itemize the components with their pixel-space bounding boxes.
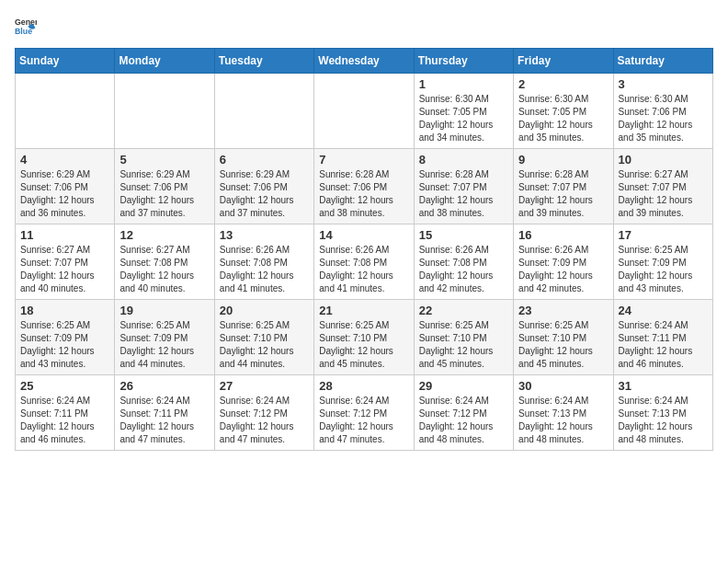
day-number: 4 <box>20 153 109 167</box>
day-number: 16 <box>518 228 608 242</box>
day-number: 8 <box>419 153 508 167</box>
day-info: Sunrise: 6:24 AM Sunset: 7:11 PM Dayligh… <box>119 395 209 446</box>
calendar-header-row: SundayMondayTuesdayWednesdayThursdayFrid… <box>16 49 713 74</box>
day-info: Sunrise: 6:29 AM Sunset: 7:06 PM Dayligh… <box>119 168 209 220</box>
calendar-cell: 3Sunrise: 6:30 AM Sunset: 7:06 PM Daylig… <box>613 74 712 149</box>
calendar-cell: 16Sunrise: 6:26 AM Sunset: 7:09 PM Dayli… <box>514 224 613 300</box>
calendar-cell: 5Sunrise: 6:29 AM Sunset: 7:06 PM Daylig… <box>115 149 214 224</box>
day-info: Sunrise: 6:28 AM Sunset: 7:06 PM Dayligh… <box>319 168 408 220</box>
calendar-cell: 18Sunrise: 6:25 AM Sunset: 7:09 PM Dayli… <box>16 300 115 375</box>
page-header: General Blue <box>15 15 713 37</box>
day-number: 24 <box>619 304 708 317</box>
day-info: Sunrise: 6:25 AM Sunset: 7:09 PM Dayligh… <box>119 319 209 371</box>
day-number: 9 <box>518 153 608 167</box>
day-number: 18 <box>20 304 109 317</box>
weekday-header-saturday: Saturday <box>613 49 712 74</box>
calendar-cell: 14Sunrise: 6:26 AM Sunset: 7:08 PM Dayli… <box>314 224 414 300</box>
day-info: Sunrise: 6:27 AM Sunset: 7:07 PM Dayligh… <box>619 168 708 220</box>
day-info: Sunrise: 6:27 AM Sunset: 7:07 PM Dayligh… <box>20 244 109 295</box>
day-number: 11 <box>20 228 109 242</box>
calendar-week-row: 4Sunrise: 6:29 AM Sunset: 7:06 PM Daylig… <box>16 149 713 224</box>
day-info: Sunrise: 6:25 AM Sunset: 7:10 PM Dayligh… <box>419 319 508 371</box>
day-number: 5 <box>119 153 209 167</box>
weekday-header-friday: Friday <box>514 49 613 74</box>
day-info: Sunrise: 6:26 AM Sunset: 7:08 PM Dayligh… <box>419 244 508 295</box>
weekday-header-monday: Monday <box>115 49 214 74</box>
day-info: Sunrise: 6:24 AM Sunset: 7:13 PM Dayligh… <box>518 395 608 446</box>
day-number: 2 <box>518 77 608 91</box>
day-number: 13 <box>220 228 309 242</box>
logo: General Blue <box>15 15 40 37</box>
day-number: 29 <box>419 379 508 393</box>
day-number: 28 <box>319 379 408 393</box>
calendar-cell: 28Sunrise: 6:24 AM Sunset: 7:12 PM Dayli… <box>314 375 414 451</box>
calendar-cell: 6Sunrise: 6:29 AM Sunset: 7:06 PM Daylig… <box>214 149 313 224</box>
calendar-week-row: 11Sunrise: 6:27 AM Sunset: 7:07 PM Dayli… <box>16 224 713 300</box>
calendar-cell: 12Sunrise: 6:27 AM Sunset: 7:08 PM Dayli… <box>115 224 214 300</box>
day-number: 15 <box>419 228 508 242</box>
calendar-cell <box>115 74 214 149</box>
day-info: Sunrise: 6:24 AM Sunset: 7:12 PM Dayligh… <box>220 395 309 446</box>
calendar-cell: 1Sunrise: 6:30 AM Sunset: 7:05 PM Daylig… <box>414 74 513 149</box>
calendar-cell: 23Sunrise: 6:25 AM Sunset: 7:10 PM Dayli… <box>514 300 613 375</box>
calendar-cell: 17Sunrise: 6:25 AM Sunset: 7:09 PM Dayli… <box>613 224 712 300</box>
day-number: 22 <box>419 304 508 317</box>
day-number: 23 <box>518 304 608 317</box>
day-info: Sunrise: 6:25 AM Sunset: 7:10 PM Dayligh… <box>518 319 608 371</box>
calendar-cell: 26Sunrise: 6:24 AM Sunset: 7:11 PM Dayli… <box>115 375 214 451</box>
calendar-cell: 2Sunrise: 6:30 AM Sunset: 7:05 PM Daylig… <box>514 74 613 149</box>
calendar-cell: 30Sunrise: 6:24 AM Sunset: 7:13 PM Dayli… <box>514 375 613 451</box>
day-info: Sunrise: 6:24 AM Sunset: 7:11 PM Dayligh… <box>20 395 109 446</box>
calendar-cell: 9Sunrise: 6:28 AM Sunset: 7:07 PM Daylig… <box>514 149 613 224</box>
calendar-cell: 21Sunrise: 6:25 AM Sunset: 7:10 PM Dayli… <box>314 300 414 375</box>
calendar-cell: 20Sunrise: 6:25 AM Sunset: 7:10 PM Dayli… <box>214 300 313 375</box>
calendar-cell: 24Sunrise: 6:24 AM Sunset: 7:11 PM Dayli… <box>613 300 712 375</box>
day-info: Sunrise: 6:24 AM Sunset: 7:11 PM Dayligh… <box>619 319 708 371</box>
weekday-header-tuesday: Tuesday <box>214 49 313 74</box>
day-info: Sunrise: 6:24 AM Sunset: 7:13 PM Dayligh… <box>619 395 708 446</box>
day-number: 3 <box>619 77 708 91</box>
day-info: Sunrise: 6:25 AM Sunset: 7:10 PM Dayligh… <box>319 319 408 371</box>
calendar-cell: 15Sunrise: 6:26 AM Sunset: 7:08 PM Dayli… <box>414 224 513 300</box>
day-number: 31 <box>619 379 708 393</box>
calendar-cell <box>214 74 313 149</box>
calendar-week-row: 25Sunrise: 6:24 AM Sunset: 7:11 PM Dayli… <box>16 375 713 451</box>
day-info: Sunrise: 6:30 AM Sunset: 7:05 PM Dayligh… <box>419 93 508 144</box>
day-info: Sunrise: 6:29 AM Sunset: 7:06 PM Dayligh… <box>20 168 109 220</box>
day-info: Sunrise: 6:26 AM Sunset: 7:08 PM Dayligh… <box>220 244 309 295</box>
calendar-week-row: 1Sunrise: 6:30 AM Sunset: 7:05 PM Daylig… <box>16 74 713 149</box>
logo-icon: General Blue <box>15 15 37 37</box>
calendar-table: SundayMondayTuesdayWednesdayThursdayFrid… <box>15 48 713 451</box>
calendar-cell: 29Sunrise: 6:24 AM Sunset: 7:12 PM Dayli… <box>414 375 513 451</box>
day-number: 14 <box>319 228 408 242</box>
day-info: Sunrise: 6:27 AM Sunset: 7:08 PM Dayligh… <box>119 244 209 295</box>
day-info: Sunrise: 6:26 AM Sunset: 7:08 PM Dayligh… <box>319 244 408 295</box>
day-info: Sunrise: 6:28 AM Sunset: 7:07 PM Dayligh… <box>419 168 508 220</box>
calendar-cell: 11Sunrise: 6:27 AM Sunset: 7:07 PM Dayli… <box>16 224 115 300</box>
calendar-cell <box>314 74 414 149</box>
day-number: 27 <box>220 379 309 393</box>
day-info: Sunrise: 6:30 AM Sunset: 7:05 PM Dayligh… <box>518 93 608 144</box>
calendar-cell <box>16 74 115 149</box>
weekday-header-sunday: Sunday <box>16 49 115 74</box>
calendar-week-row: 18Sunrise: 6:25 AM Sunset: 7:09 PM Dayli… <box>16 300 713 375</box>
day-number: 26 <box>119 379 209 393</box>
day-info: Sunrise: 6:29 AM Sunset: 7:06 PM Dayligh… <box>220 168 309 220</box>
day-number: 19 <box>119 304 209 317</box>
day-number: 25 <box>20 379 109 393</box>
day-number: 17 <box>619 228 708 242</box>
calendar-cell: 7Sunrise: 6:28 AM Sunset: 7:06 PM Daylig… <box>314 149 414 224</box>
day-number: 7 <box>319 153 408 167</box>
day-info: Sunrise: 6:26 AM Sunset: 7:09 PM Dayligh… <box>518 244 608 295</box>
day-info: Sunrise: 6:30 AM Sunset: 7:06 PM Dayligh… <box>619 93 708 144</box>
calendar-cell: 13Sunrise: 6:26 AM Sunset: 7:08 PM Dayli… <box>214 224 313 300</box>
day-info: Sunrise: 6:28 AM Sunset: 7:07 PM Dayligh… <box>518 168 608 220</box>
day-number: 12 <box>119 228 209 242</box>
day-number: 6 <box>220 153 309 167</box>
weekday-header-thursday: Thursday <box>414 49 513 74</box>
calendar-cell: 10Sunrise: 6:27 AM Sunset: 7:07 PM Dayli… <box>613 149 712 224</box>
day-number: 30 <box>518 379 608 393</box>
day-info: Sunrise: 6:24 AM Sunset: 7:12 PM Dayligh… <box>319 395 408 446</box>
day-info: Sunrise: 6:25 AM Sunset: 7:09 PM Dayligh… <box>619 244 708 295</box>
day-number: 20 <box>220 304 309 317</box>
